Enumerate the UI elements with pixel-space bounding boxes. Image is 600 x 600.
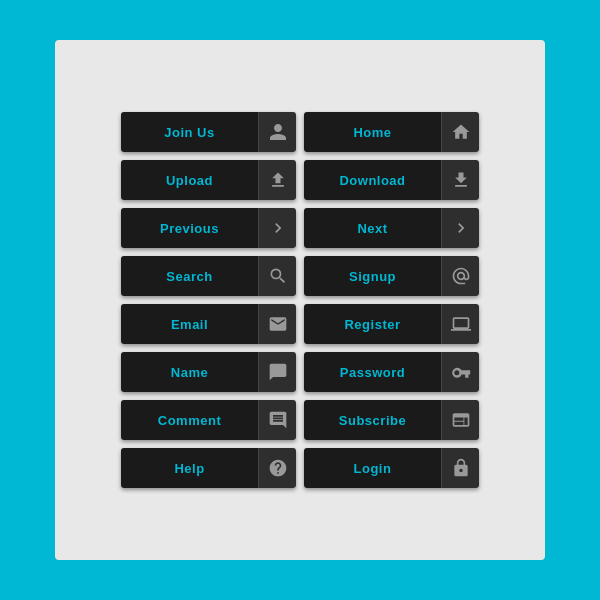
search-label: Search (121, 256, 258, 296)
download-label: Download (304, 160, 441, 200)
home-label: Home (304, 112, 441, 152)
download-button[interactable]: Download (304, 160, 479, 200)
laptop-icon (441, 304, 479, 344)
subscribe-icon (441, 400, 479, 440)
join-us-button[interactable]: Join Us (121, 112, 296, 152)
email-label: Email (121, 304, 258, 344)
register-button[interactable]: Register (304, 304, 479, 344)
at-icon (441, 256, 479, 296)
help-button[interactable]: Help (121, 448, 296, 488)
key-icon (441, 352, 479, 392)
comment-label: Comment (121, 400, 258, 440)
home-button[interactable]: Home (304, 112, 479, 152)
password-button[interactable]: Password (304, 352, 479, 392)
main-panel: Join UsHomeUploadDownloadPreviousNextSea… (55, 40, 545, 560)
password-label: Password (304, 352, 441, 392)
chat-icon (258, 352, 296, 392)
search-icon (258, 256, 296, 296)
next-label: Next (304, 208, 441, 248)
download-icon (441, 160, 479, 200)
help-label: Help (121, 448, 258, 488)
help-icon (258, 448, 296, 488)
login-label: Login (304, 448, 441, 488)
upload-button[interactable]: Upload (121, 160, 296, 200)
previous-label: Previous (121, 208, 258, 248)
register-label: Register (304, 304, 441, 344)
comment-button[interactable]: Comment (121, 400, 296, 440)
lock-icon (441, 448, 479, 488)
email-button[interactable]: Email (121, 304, 296, 344)
subscribe-label: Subscribe (304, 400, 441, 440)
upload-label: Upload (121, 160, 258, 200)
login-button[interactable]: Login (304, 448, 479, 488)
home-icon (441, 112, 479, 152)
button-grid: Join UsHomeUploadDownloadPreviousNextSea… (101, 92, 499, 508)
upload-icon (258, 160, 296, 200)
name-button[interactable]: Name (121, 352, 296, 392)
search-button[interactable]: Search (121, 256, 296, 296)
signup-button[interactable]: Signup (304, 256, 479, 296)
person-icon (258, 112, 296, 152)
signup-label: Signup (304, 256, 441, 296)
chevron-right-icon (441, 208, 479, 248)
chevron-right-icon (258, 208, 296, 248)
name-label: Name (121, 352, 258, 392)
comment-icon (258, 400, 296, 440)
next-button[interactable]: Next (304, 208, 479, 248)
previous-button[interactable]: Previous (121, 208, 296, 248)
join-us-label: Join Us (121, 112, 258, 152)
email-icon (258, 304, 296, 344)
subscribe-button[interactable]: Subscribe (304, 400, 479, 440)
